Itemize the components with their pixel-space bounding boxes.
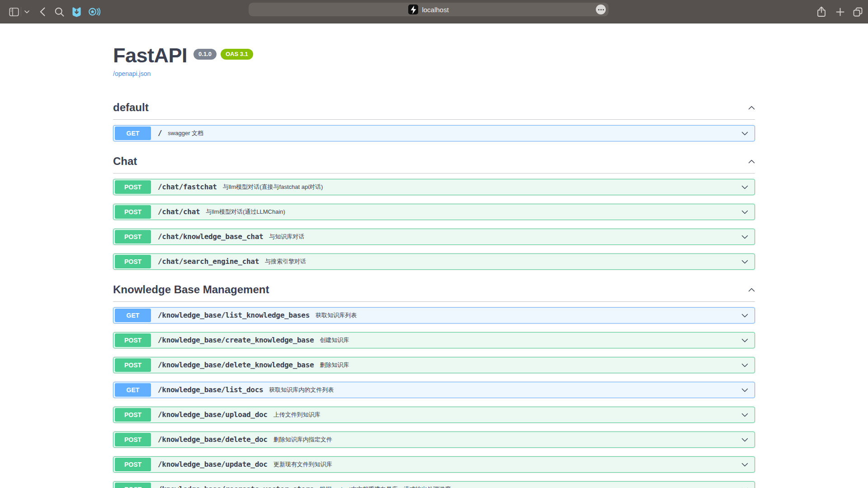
operation-description: 创建知识库 [320, 336, 349, 344]
chevron-down-icon [24, 10, 29, 14]
operation-path: / [158, 129, 162, 137]
extension-ripple-star-button[interactable] [86, 0, 102, 23]
operation-row[interactable]: GET /knowledge_base/list_knowledge_bases… [113, 307, 755, 324]
tab-overview-icon [853, 7, 863, 17]
chevron-down-icon[interactable] [741, 436, 748, 444]
api-section: default GET / swagger 文档 [113, 101, 755, 141]
operation-description: 获取知识库列表 [316, 311, 357, 319]
api-sections: default GET / swagger 文档 Chat [113, 101, 755, 488]
operation-description: 删除知识库内指定文件 [274, 436, 332, 444]
operation-row[interactable]: POST /knowledge_base/upload_doc 上传文件到知识库 [113, 407, 755, 423]
new-tab-button[interactable] [833, 0, 847, 23]
operation-row[interactable]: POST /knowledge_base/recreate_vector_sto… [113, 481, 755, 488]
chevron-up-icon[interactable] [748, 286, 755, 294]
chevron-down-icon[interactable] [741, 411, 748, 419]
chevron-down-icon[interactable] [741, 258, 748, 266]
share-button[interactable] [814, 0, 829, 23]
operation-path: /chat/fastchat [158, 183, 217, 191]
operation-description: 上传文件到知识库 [274, 411, 321, 419]
operation-row[interactable]: POST /knowledge_base/create_knowledge_ba… [113, 332, 755, 348]
chevron-up-icon[interactable] [748, 103, 755, 112]
operation-description: 删除知识库 [320, 361, 349, 369]
operation-path: /knowledge_base/recreate_vector_store [158, 485, 314, 488]
operation-row[interactable]: POST /chat/knowledge_base_chat 与知识库对话 [113, 229, 755, 245]
chevron-down-icon[interactable] [741, 485, 748, 488]
api-info: FastAPI 0.1.0 OAS 3.1 /openapi.json [113, 44, 755, 78]
section-header[interactable]: Chat [113, 155, 755, 174]
sidebar-menu-button[interactable] [22, 0, 32, 23]
api-title-row: FastAPI 0.1.0 OAS 3.1 [113, 44, 755, 67]
method-badge: GET [115, 383, 151, 397]
chevron-down-icon[interactable] [741, 460, 748, 469]
page-menu-button[interactable] [596, 5, 606, 14]
api-section: Chat POST /chat/fastchat 与llm模型对话(直接与fas… [113, 155, 755, 270]
section-operations: GET /knowledge_base/list_knowledge_bases… [113, 307, 755, 488]
sidebar-toggle-icon [9, 8, 19, 16]
operation-row[interactable]: POST /knowledge_base/delete_doc 删除知识库内指定… [113, 432, 755, 448]
operation-path: /knowledge_base/delete_knowledge_base [158, 361, 314, 369]
oas-badge: OAS 3.1 [221, 49, 253, 60]
operation-path: /knowledge_base/create_knowledge_base [158, 336, 314, 344]
operation-description: 与知识库对话 [269, 233, 304, 241]
operation-path: /knowledge_base/update_doc [158, 460, 268, 469]
chevron-down-icon[interactable] [741, 233, 748, 241]
section-title: default [113, 101, 149, 114]
ellipsis-icon [598, 9, 599, 10]
extension-ripple-star-icon [88, 7, 100, 17]
address-bar[interactable]: localhost [249, 3, 609, 16]
toolbar-divider [21, 7, 21, 16]
extension-bookmark-button[interactable] [69, 0, 84, 23]
search-icon [55, 7, 64, 17]
api-section: Knowledge Base Management GET /knowledge… [113, 283, 755, 488]
operation-row[interactable]: POST /chat/chat 与llm模型对话(通过LLMChain) [113, 204, 755, 220]
chevron-down-icon[interactable] [741, 183, 748, 191]
chevron-up-icon[interactable] [748, 157, 755, 165]
section-title: Knowledge Base Management [113, 283, 269, 296]
operation-path: /knowledge_base/upload_doc [158, 410, 268, 419]
section-operations: POST /chat/fastchat 与llm模型对话(直接与fastchat… [113, 179, 755, 270]
page-content: FastAPI 0.1.0 OAS 3.1 /openapi.json defa… [0, 23, 868, 488]
back-icon [40, 7, 45, 16]
address-bar-content: localhost [408, 5, 448, 14]
operation-row[interactable]: GET / swagger 文档 [113, 125, 755, 141]
share-icon [817, 6, 826, 17]
method-badge: POST [115, 230, 151, 244]
operation-row[interactable]: POST /chat/search_engine_chat 与搜索引擎对话 [113, 253, 755, 270]
chevron-down-icon[interactable] [741, 311, 748, 319]
openapi-spec-link[interactable]: /openapi.json [113, 70, 151, 77]
operation-row[interactable]: POST /knowledge_base/update_doc 更新现有文件到知… [113, 456, 755, 473]
swagger-container: FastAPI 0.1.0 OAS 3.1 /openapi.json defa… [113, 23, 755, 488]
method-badge: POST [115, 358, 151, 372]
operation-path: /chat/chat [158, 207, 200, 216]
operation-path: /knowledge_base/delete_doc [158, 435, 268, 444]
operation-description: 更新现有文件到知识库 [274, 460, 332, 469]
operation-path: /chat/search_engine_chat [158, 257, 259, 266]
method-badge: POST [115, 205, 151, 219]
sidebar-toggle-button[interactable] [7, 0, 21, 23]
operation-description: 与llm模型对话(直接与fastchat api对话) [223, 183, 323, 191]
operation-row[interactable]: POST /knowledge_base/delete_knowledge_ba… [113, 357, 755, 373]
operation-description: 获取知识库内的文件列表 [269, 386, 334, 394]
operation-path: /chat/knowledge_base_chat [158, 232, 263, 241]
operation-description: 与搜索引擎对话 [265, 258, 306, 266]
plus-icon [836, 8, 844, 16]
back-button[interactable] [36, 0, 49, 23]
operation-path: /knowledge_base/list_docs [158, 385, 263, 394]
tab-overview-button[interactable] [850, 0, 865, 23]
method-badge: POST [115, 433, 151, 446]
section-operations: GET / swagger 文档 [113, 125, 755, 141]
chevron-down-icon[interactable] [741, 129, 748, 137]
method-badge: POST [115, 255, 151, 268]
chevron-down-icon[interactable] [741, 208, 748, 216]
extension-bookmark-icon [71, 6, 82, 17]
method-badge: GET [115, 127, 151, 140]
operation-row[interactable]: GET /knowledge_base/list_docs 获取知识库内的文件列… [113, 382, 755, 398]
section-title: Chat [113, 155, 137, 168]
chevron-down-icon[interactable] [741, 361, 748, 369]
section-header[interactable]: default [113, 101, 755, 120]
chevron-down-icon[interactable] [741, 386, 748, 394]
operation-row[interactable]: POST /chat/fastchat 与llm模型对话(直接与fastchat… [113, 179, 755, 195]
chevron-down-icon[interactable] [741, 336, 748, 344]
search-button[interactable] [52, 0, 66, 23]
section-header[interactable]: Knowledge Base Management [113, 283, 755, 302]
